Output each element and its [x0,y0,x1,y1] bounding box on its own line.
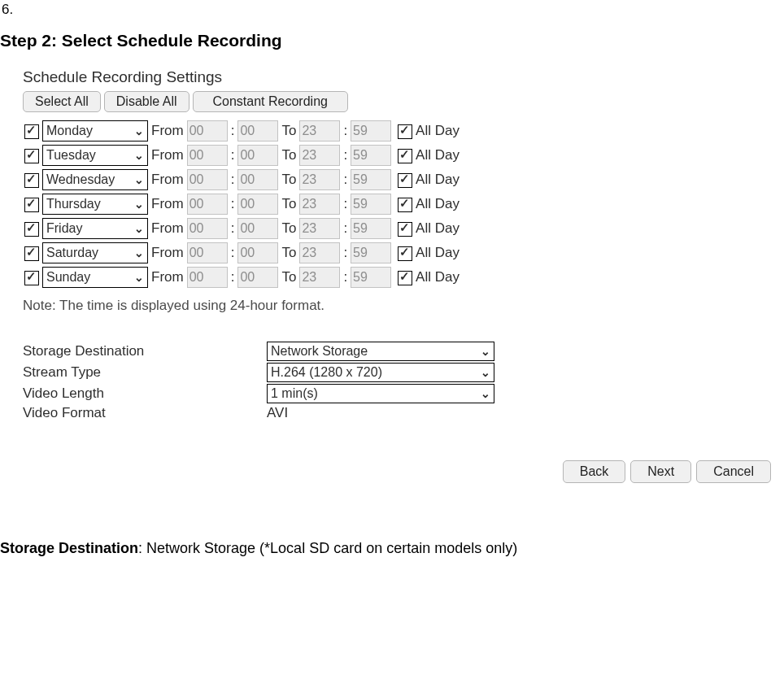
chevron-down-icon: ⌄ [134,124,144,137]
day-label: Sunday [46,270,90,285]
chevron-down-icon: ⌄ [481,345,490,358]
page-number: 6. [0,0,784,26]
chevron-down-icon: ⌄ [134,149,144,162]
storage-destination-select[interactable]: Network Storage ⌄ [267,342,494,361]
bottom-button-bar: Back Next Cancel [23,460,771,483]
top-button-bar: Select All Disable All Constant Recordin… [23,91,755,112]
all-day-checkbox[interactable] [398,222,412,237]
cancel-button[interactable]: Cancel [696,460,771,483]
schedule-row: Tuesday⌄From:To:All Day [23,145,461,166]
video-length-value: 1 min(s) [271,386,318,401]
back-button[interactable]: Back [563,460,626,483]
footer-rest: : Network Storage (*Local SD card on cer… [138,540,517,556]
day-select[interactable]: Thursday⌄ [42,194,148,215]
from-hour-input[interactable] [187,120,228,142]
chevron-down-icon: ⌄ [134,271,144,284]
from-hour-input[interactable] [187,169,228,190]
schedule-row: Sunday⌄From:To:All Day [23,267,461,288]
from-hour-input[interactable] [187,194,228,215]
from-label: From [150,242,185,263]
from-minute-input[interactable] [237,145,278,166]
storage-destination-value: Network Storage [271,344,368,359]
to-hour-input[interactable] [299,267,340,288]
colon-label: : [342,218,349,239]
to-label: To [280,120,298,142]
all-day-label: All Day [416,245,460,260]
enable-day-checkbox[interactable] [24,246,39,261]
to-hour-input[interactable] [299,120,340,142]
day-select[interactable]: Wednesday⌄ [42,169,148,190]
from-hour-input[interactable] [187,267,228,288]
colon-label: : [229,169,237,190]
day-select[interactable]: Friday⌄ [42,218,148,239]
to-minute-input[interactable] [351,242,391,263]
colon-label: : [229,218,237,239]
schedule-table: Monday⌄From:To:All DayTuesday⌄From:To:Al… [23,117,461,291]
from-minute-input[interactable] [237,194,278,215]
enable-day-checkbox[interactable] [24,198,39,212]
all-day-checkbox[interactable] [398,271,412,285]
video-format-value: AVI [267,405,288,421]
day-label: Thursday [46,197,101,211]
to-hour-input[interactable] [299,169,340,190]
day-select[interactable]: Sunday⌄ [42,267,148,288]
enable-day-checkbox[interactable] [24,173,39,188]
chevron-down-icon: ⌄ [134,222,144,235]
stream-type-select[interactable]: H.264 (1280 x 720) ⌄ [267,363,494,382]
chevron-down-icon: ⌄ [134,246,144,259]
disable-all-button[interactable]: Disable All [104,91,189,112]
all-day-checkbox[interactable] [398,198,412,212]
day-label: Monday [46,124,93,138]
enable-day-checkbox[interactable] [24,149,39,163]
colon-label: : [342,169,349,190]
constant-recording-button[interactable]: Constant Recording [193,91,348,112]
settings-panel: Schedule Recording Settings Select All D… [23,68,755,483]
to-minute-input[interactable] [351,194,391,215]
all-day-checkbox[interactable] [398,149,412,163]
from-minute-input[interactable] [237,242,278,263]
enable-day-checkbox[interactable] [24,271,39,285]
from-minute-input[interactable] [237,218,278,239]
next-button[interactable]: Next [630,460,691,483]
stream-type-value: H.264 (1280 x 720) [271,365,382,380]
all-day-label: All Day [416,123,460,138]
footer-text: Storage Destination: Network Storage (*L… [0,540,784,557]
day-select[interactable]: Monday⌄ [42,120,148,142]
storage-destination-label: Storage Destination [23,343,267,359]
video-length-select[interactable]: 1 min(s) ⌄ [267,384,494,403]
from-minute-input[interactable] [237,169,278,190]
to-minute-input[interactable] [351,120,391,142]
day-select[interactable]: Tuesday⌄ [42,145,148,166]
to-hour-input[interactable] [299,145,340,166]
to-hour-input[interactable] [299,194,340,215]
chevron-down-icon: ⌄ [134,198,144,211]
to-label: To [280,218,298,239]
all-day-label: All Day [416,269,460,285]
to-hour-input[interactable] [299,242,340,263]
to-hour-input[interactable] [299,218,340,239]
colon-label: : [229,194,237,215]
all-day-checkbox[interactable] [398,246,412,261]
from-minute-input[interactable] [237,267,278,288]
colon-label: : [229,267,237,288]
colon-label: : [342,242,349,263]
all-day-checkbox[interactable] [398,173,412,188]
schedule-row: Thursday⌄From:To:All Day [23,194,461,215]
to-minute-input[interactable] [351,218,391,239]
to-minute-input[interactable] [351,267,391,288]
enable-day-checkbox[interactable] [24,222,39,237]
to-minute-input[interactable] [351,145,391,166]
day-select[interactable]: Saturday⌄ [42,242,148,263]
chevron-down-icon: ⌄ [134,173,144,186]
all-day-label: All Day [416,147,460,163]
from-hour-input[interactable] [187,218,228,239]
all-day-checkbox[interactable] [398,124,412,139]
all-day-label: All Day [416,172,460,187]
enable-day-checkbox[interactable] [24,124,39,139]
to-minute-input[interactable] [351,169,391,190]
from-hour-input[interactable] [187,242,228,263]
from-hour-input[interactable] [187,145,228,166]
from-minute-input[interactable] [237,120,278,142]
colon-label: : [342,120,349,142]
select-all-button[interactable]: Select All [23,91,101,112]
